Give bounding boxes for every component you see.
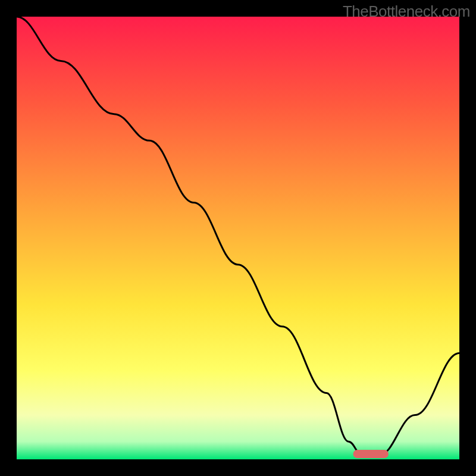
gradient-background [17,17,459,459]
optimal-marker [353,450,389,458]
plot-area [17,17,459,459]
watermark-text: TheBottleneck.com [343,2,470,21]
plot-svg [17,17,459,459]
chart-frame: TheBottleneck.com [0,0,476,476]
